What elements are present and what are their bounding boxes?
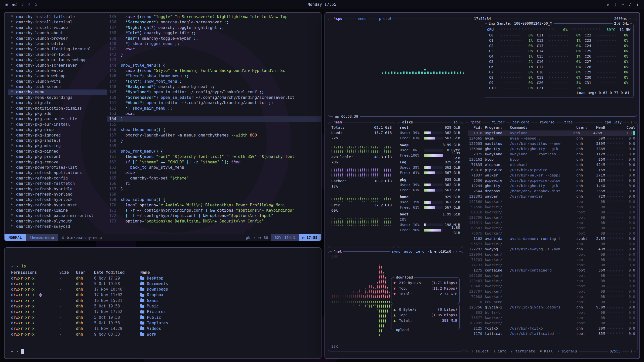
tray-icon[interactable]: ⌨ xyxy=(622,2,624,7)
process-row[interactable]: 1275 containe /usr/bin/containerd root 5… xyxy=(468,268,635,273)
process-row[interactable]: 2506 pipewire /usr/bin/pipewire-pulse dh… xyxy=(468,178,635,183)
file-list-item[interactable]: omarchy-refresh-hyprland xyxy=(8,192,107,197)
file-list-item[interactable]: omarchy-pkg-missing xyxy=(8,143,107,149)
file-list-item[interactable]: omarchy-refresh-swayosd xyxy=(8,224,107,229)
file-list-item[interactable]: omarchy-launch-screensaver xyxy=(8,63,107,68)
file-list-item[interactable]: omarchy-pkg-pinned xyxy=(8,149,107,154)
file-list-item[interactable]: omarchy-powerprofiles-list xyxy=(8,165,107,170)
file-list-item[interactable]: omarchy-install-tailscale xyxy=(8,14,107,20)
file-list-item[interactable]: omarchy-pkg-present xyxy=(8,154,107,159)
file-list-item[interactable]: omarchy-launch-editor xyxy=(8,41,107,47)
file-list-item[interactable]: omarchy-install-vscode xyxy=(8,25,107,30)
file-list-item[interactable]: omarchy-launch-browser xyxy=(8,36,107,41)
file-list-item[interactable]: omarchy-refresh-config xyxy=(8,176,107,181)
tab-tree[interactable]: tree xyxy=(563,120,574,125)
process-row[interactable]: 102100 kworker/ root 0B 0.0 xyxy=(468,273,635,278)
file-list-item[interactable]: omarchy-lock-screen xyxy=(8,84,107,89)
process-row[interactable]: 142360 kworker/ root 0B 0.0 xyxy=(468,199,635,204)
tray-icon[interactable]: ▮ xyxy=(636,2,638,7)
workspace-app-icon[interactable]: ▣ xyxy=(6,2,8,7)
process-row[interactable]: 131911 kworker/ root 0B 0.0 xyxy=(468,220,635,225)
sort-selector[interactable]: cpu lazy xyxy=(603,120,623,125)
process-row[interactable]: 135088 ghostty /usr/bin/ghostty --gtk- d… xyxy=(468,146,635,152)
process-row[interactable]: 16 rcu_pree root 0B 0.0 xyxy=(468,299,635,305)
footer-action[interactable]: ⚡ signals xyxy=(557,349,577,354)
tab-auto[interactable]: auto xyxy=(404,249,413,254)
process-row[interactable]: 2975 Xwayland Xwayland :1 -rootless - dh… xyxy=(468,152,635,157)
process-row[interactable]: 1916 Hyprland Hyprland dhh 426M 0.1 xyxy=(468,130,635,136)
tab-io[interactable]: io xyxy=(452,120,459,125)
file-list-item[interactable]: omarchy-refresh-hyprlock xyxy=(8,197,107,202)
file-list-item[interactable]: omarchy-launch-or-focus xyxy=(8,52,107,57)
file-list-item[interactable]: omarchy-pkg-install xyxy=(8,138,107,143)
process-row[interactable]: 134565 nvim nvim --embed . dhh 59M 0.0 xyxy=(468,136,635,141)
file-list-item[interactable]: omarchy-refresh-hyprsunset xyxy=(8,203,107,208)
file-list-item[interactable]: omarchy-pkg-aur-accessible xyxy=(8,116,107,122)
process-row[interactable]: 125756 glycin-i /usr/lib/glycin-loaders … xyxy=(468,305,635,310)
header-command[interactable]: Command: xyxy=(510,125,576,130)
menu-button[interactable]: menu xyxy=(356,16,368,21)
file-list-item[interactable]: omarchy-refresh-plymouth xyxy=(8,219,107,224)
process-row[interactable]: 74733 kworker/ root 0B 0.0 xyxy=(468,262,635,268)
file-list-item[interactable]: omarchy-launch-webapp xyxy=(8,73,107,79)
process-row[interactable]: 128706 kworker/ root 0B 0.0 xyxy=(468,215,635,220)
tab-zero[interactable]: zero xyxy=(416,249,424,254)
update-interval-control[interactable]: - 2000ms + xyxy=(609,16,633,21)
file-list-item[interactable]: omarchy-notification-dismiss xyxy=(8,106,107,111)
network-interface[interactable]: ‹b enp191s0 n› xyxy=(428,249,458,254)
tab-reverse[interactable]: reverse xyxy=(538,120,556,125)
file-list-item[interactable]: omarchy-pkg-remove xyxy=(8,160,107,165)
process-row[interactable]: 71837 walker /usr/bin/walker --gappl dhh… xyxy=(468,173,635,178)
process-row[interactable]: 122301 waybar /usr/bin/waybar dhh 72M 0.… xyxy=(468,194,635,199)
process-row[interactable]: 95673 kworker/ root 0B 0.0 xyxy=(468,241,635,247)
process-row[interactable]: 76577 kworker/ root 0B 0.0 xyxy=(468,315,635,321)
header-memory[interactable]: MemB xyxy=(592,125,605,130)
process-row[interactable]: 94540 kworker/ root 0B 0.0 xyxy=(468,204,635,210)
file-list-item[interactable]: omarchy-pkg-drop xyxy=(8,127,107,132)
process-row[interactable]: 2125 fcitx5 /usr/bin/fcitx5 dhh 30M 0.0 xyxy=(468,326,635,331)
file-list-item[interactable]: omarchy-launch-about xyxy=(8,30,107,36)
process-list[interactable]: Pid: Program: Command: User: MemB Cpu% 1… xyxy=(468,125,635,348)
file-list-pane[interactable]: omarchy-install-tailscale omarchy-instal… xyxy=(5,13,107,234)
process-row[interactable]: 73703 kworker/ root 0B 0.0 xyxy=(468,257,635,262)
tab-per-core[interactable]: per-core xyxy=(511,120,531,125)
process-row[interactable]: 125505 nautilus /usr/bin/nautilus --new … xyxy=(468,141,635,146)
scroll-down-icon[interactable]: ↓ xyxy=(629,349,634,354)
workspace-app-icon[interactable]: ● xyxy=(12,2,15,7)
file-list-item[interactable]: omarchy-launch-or-focus-webapp xyxy=(8,57,107,63)
process-row[interactable]: 129004 kworker/ root 0B 0.0 xyxy=(468,252,635,257)
process-row[interactable]: 135162 btop btop dhh 26M 0.0 xyxy=(468,157,635,162)
footer-action[interactable]: ↑ select xyxy=(471,349,489,354)
process-row[interactable]: 128707 kworker/ root 0B 0.0 xyxy=(468,289,635,294)
workspace-number[interactable]: 5 xyxy=(35,2,37,7)
header-user[interactable]: User: xyxy=(576,125,592,130)
workspace-number[interactable]: 3 xyxy=(21,2,24,7)
header-program[interactable]: Program: xyxy=(485,125,510,130)
process-row[interactable]: 68402 kworker/ root 0B 0.0 xyxy=(468,284,635,289)
process-row[interactable]: 803 btrfs-tr root 0B 0.0 xyxy=(468,310,635,315)
terminal-body[interactable]: ~ › ls Permissions Size User Date Modifi… xyxy=(5,248,321,354)
tray-icon[interactable]: ♪ xyxy=(629,2,631,7)
process-row[interactable]: 72088 kworker/ root 0B 0.0 xyxy=(468,294,635,299)
header-pid[interactable]: Pid: xyxy=(468,125,485,130)
preset-button[interactable]: preset xyxy=(378,16,393,21)
file-list-item[interactable]: omarchy-refresh-hypridle xyxy=(8,187,107,192)
file-list-item[interactable]: omarchy-refresh-pacman-mirrorlist xyxy=(8,213,107,218)
scroll-up-icon[interactable]: ↑ xyxy=(629,120,634,125)
process-row[interactable]: 71835 elephant elephant dhh 424M 0.0 xyxy=(468,162,635,167)
tray-icon[interactable]: ᛒ xyxy=(614,2,617,7)
file-list-item[interactable]: omarchy-pkg-add xyxy=(8,111,107,116)
process-row[interactable]: 1162 avahi-da avahi-daemon: running [ av… xyxy=(468,236,635,241)
file-list-item[interactable]: omarchy-launch-walker xyxy=(8,68,107,73)
process-row[interactable]: 63816 pipewire /usr/bin/pipewire dhh 16M… xyxy=(468,167,635,173)
tab-filter[interactable]: filter xyxy=(490,120,506,125)
process-row[interactable]: 122292 swaybg /usr/bin/swaybg -i /hom dh… xyxy=(468,247,635,252)
file-list-item[interactable]: omarchy-migrate xyxy=(8,100,107,106)
tab-disks[interactable]: disks xyxy=(401,120,414,125)
workspace-number[interactable]: 4 xyxy=(28,2,30,7)
process-row[interactable]: 76075 kworker/ root 0B 0.0 xyxy=(468,231,635,236)
file-list-item[interactable]: omarchy-pkg-aur-install xyxy=(8,122,107,127)
footer-action[interactable]: ✖ Kill xyxy=(540,349,553,354)
file-list-item[interactable]: omarchy-refresh-fastfetch xyxy=(8,181,107,186)
process-row[interactable]: 102099 kworker/ root 0B 0.0 xyxy=(468,321,635,326)
